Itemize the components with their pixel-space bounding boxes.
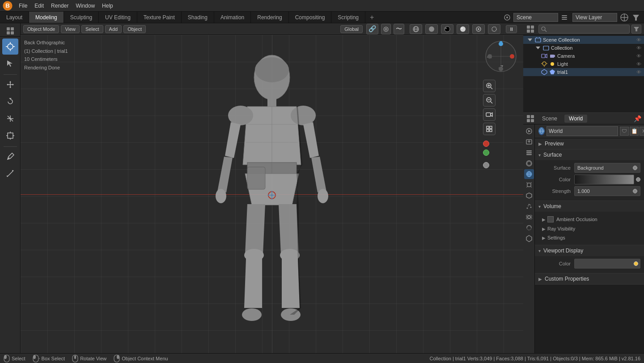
surface-type-value[interactable]: Background xyxy=(574,163,640,173)
ao-checkbox[interactable] xyxy=(547,216,554,222)
visibility-icon-collection[interactable]: 👁 xyxy=(636,45,641,51)
prop-icon-viewlayer[interactable] xyxy=(524,148,534,158)
view-btn[interactable]: View xyxy=(61,25,80,33)
xray-btn[interactable] xyxy=(488,24,500,34)
section-custom-properties-header[interactable]: ▶ Custom Properties xyxy=(535,273,644,284)
wireframe-btn[interactable] xyxy=(410,24,422,34)
pin-btn[interactable]: 📌 xyxy=(634,115,641,122)
prop-icon-modifier[interactable] xyxy=(524,191,534,201)
outliner-item-camera[interactable]: Camera 👁 xyxy=(523,52,644,60)
overlay-btn[interactable] xyxy=(472,24,485,34)
pause-btn[interactable]: ⏸ xyxy=(506,25,517,33)
transform-btn[interactable]: Global xyxy=(340,25,363,33)
frame-selected-btn[interactable] xyxy=(483,123,496,135)
snap-btn[interactable]: 🔗 xyxy=(366,24,378,34)
svg-rect-93 xyxy=(487,126,489,128)
tool-transform[interactable] xyxy=(2,128,18,144)
world-browse-btn[interactable]: 📋 xyxy=(630,127,639,136)
outliner-type-icon[interactable] xyxy=(526,25,535,34)
solid-btn[interactable] xyxy=(425,24,438,34)
prop-icon-output[interactable] xyxy=(524,137,534,147)
subsection-ambient-occlusion[interactable]: ▶ Ambient Occlusion xyxy=(538,214,640,224)
object-btn[interactable]: Object xyxy=(123,25,146,33)
prop-icon-object[interactable] xyxy=(524,180,534,190)
section-volume-header[interactable]: ▾ Volume xyxy=(535,201,644,212)
tab-modeling[interactable]: Modeling xyxy=(29,12,64,23)
svg-line-158 xyxy=(39,358,40,360)
outliner-item-light[interactable]: Light 👁 xyxy=(523,60,644,68)
tab-compositing[interactable]: Compositing xyxy=(289,12,332,23)
prop-icon-constraints[interactable] xyxy=(524,223,534,233)
menu-edit[interactable]: Edit xyxy=(31,2,47,10)
world-close-btn[interactable]: ✕ xyxy=(640,127,644,136)
vd-color-value[interactable] xyxy=(574,259,640,269)
visibility-icon-trial1[interactable]: 👁 xyxy=(636,69,641,75)
tab-rendering[interactable]: Rendering xyxy=(251,12,288,23)
add-workspace-btn[interactable]: + xyxy=(365,12,378,23)
tool-move[interactable] xyxy=(2,77,18,93)
world-shield-btn[interactable]: 🛡 xyxy=(620,127,629,136)
add-btn[interactable]: Add xyxy=(105,25,122,33)
tool-annotate[interactable] xyxy=(2,149,18,165)
camera-view-btn[interactable] xyxy=(483,108,496,121)
visibility-icon-camera[interactable]: 👁 xyxy=(636,53,641,59)
menu-window[interactable]: Window xyxy=(72,2,98,10)
menu-render[interactable]: Render xyxy=(47,2,72,10)
outliner-item-trial1[interactable]: trial1 👁 xyxy=(523,68,644,76)
tab-shading[interactable]: Shading xyxy=(182,12,214,23)
tool-rotate[interactable] xyxy=(2,94,18,110)
scene-name-input[interactable] xyxy=(513,13,558,22)
tab-scene-props[interactable]: Scene xyxy=(538,115,562,123)
visibility-icon-light[interactable]: 👁 xyxy=(636,61,641,67)
tab-animation[interactable]: Animation xyxy=(214,12,251,23)
color-value[interactable] xyxy=(574,175,634,184)
outliner-item-collection[interactable]: Collection 👁 xyxy=(523,44,644,52)
rendered-btn[interactable] xyxy=(457,24,469,34)
tab-scripting[interactable]: Scripting xyxy=(331,12,365,23)
strength-value[interactable]: 1.000 xyxy=(574,186,640,196)
proportional-btn[interactable]: ◎ xyxy=(381,24,391,34)
section-viewport-display-header[interactable]: ▾ Viewport Display xyxy=(535,245,644,256)
prop-icon-physics[interactable] xyxy=(524,212,534,222)
prop-icon-render[interactable] xyxy=(524,126,534,136)
prop-icon-particles[interactable] xyxy=(524,201,534,211)
outliner-item-scene-collection[interactable]: Scene Collection 👁 xyxy=(523,36,644,44)
menu-help[interactable]: Help xyxy=(98,2,117,10)
zoom-in-btn[interactable] xyxy=(483,80,496,92)
object-mode-btn[interactable]: Object Mode xyxy=(23,25,59,33)
tool-scale[interactable] xyxy=(2,111,18,127)
prop-icon-scene[interactable] xyxy=(524,158,534,168)
section-preview-header[interactable]: ▶ Preview xyxy=(535,138,644,149)
tab-layout[interactable]: Layout xyxy=(0,12,29,23)
subsection-ray-visibility[interactable]: ▶ Ray Visibility xyxy=(538,224,640,233)
prop-icon-world[interactable] xyxy=(524,169,534,179)
svg-rect-64 xyxy=(247,167,265,189)
view-layer-input[interactable] xyxy=(572,13,617,22)
viewport-canvas[interactable]: Back Orthographic (1) Collection | trial… xyxy=(21,35,523,353)
prop-icon-data[interactable] xyxy=(524,234,534,243)
mouse-left-drag-icon xyxy=(33,354,40,363)
material-btn[interactable] xyxy=(441,24,453,34)
tab-texture-paint[interactable]: Texture Paint xyxy=(137,12,182,23)
section-surface-header[interactable]: ▾ Surface xyxy=(535,149,644,160)
falloff-btn[interactable]: 〜 xyxy=(394,24,404,34)
world-name-input[interactable] xyxy=(547,126,618,136)
menu-file[interactable]: File xyxy=(15,2,31,10)
subsection-settings[interactable]: ▶ Settings xyxy=(538,233,640,242)
outliner-filter-btn[interactable] xyxy=(631,25,641,34)
nav-gizmo-sphere[interactable]: Z X -X -Z xyxy=(483,38,519,74)
surface-socket xyxy=(633,166,637,170)
tab-world-props[interactable]: World xyxy=(564,115,587,123)
zoom-out-btn[interactable] xyxy=(483,94,496,107)
status-select: Select xyxy=(4,354,25,363)
visibility-icon-scene[interactable]: 👁 xyxy=(636,37,641,43)
editor-type-icon[interactable] xyxy=(6,26,15,35)
svg-rect-123 xyxy=(527,119,530,122)
tool-select[interactable] xyxy=(2,56,18,72)
tool-cursor[interactable] xyxy=(2,38,18,55)
tool-measure[interactable] xyxy=(2,166,18,182)
tab-sculpting[interactable]: Sculpting xyxy=(64,12,99,23)
properties-type-icon[interactable] xyxy=(526,114,535,123)
tab-uv-editing[interactable]: UV Editing xyxy=(99,12,137,23)
select-btn[interactable]: Select xyxy=(81,25,103,33)
